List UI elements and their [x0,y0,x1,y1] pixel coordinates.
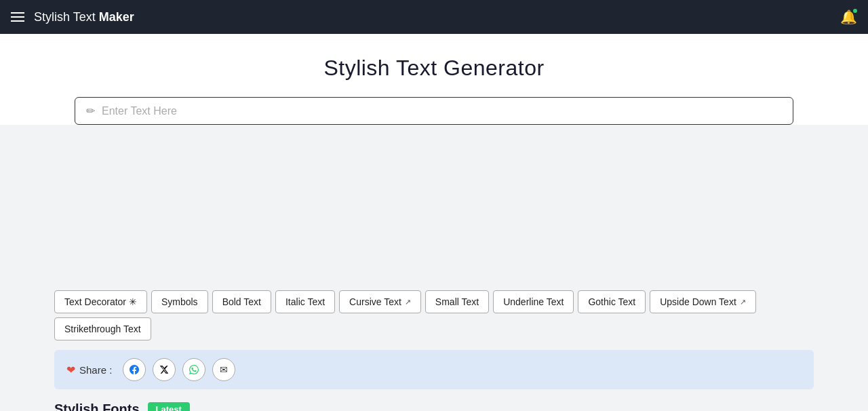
notification-dot [852,7,859,14]
pencil-icon: ✏ [86,104,95,117]
external-icon-cursive: ↗ [405,298,411,307]
share-label: ❤ Share : [66,364,112,376]
tab-strikethrough-text-label: Strikethrough Text [64,324,141,334]
email-icon: ✉ [220,364,228,375]
page-title: Stylish Text Generator [75,56,793,81]
twitter-share-button[interactable] [153,358,176,381]
tab-gothic-text[interactable]: Gothic Text [578,290,646,313]
stylish-fonts-title: Stylish Fonts [54,402,140,411]
tab-upside-down-text-label: Upside Down Text [660,296,736,307]
tab-small-text-label: Small Text [435,296,479,307]
tab-text-decorator[interactable]: Text Decorator ✳ [54,290,147,313]
tab-underline-text-label: Underline Text [503,296,564,307]
external-icon-upside: ↗ [740,298,746,307]
latest-badge: Latest [148,402,190,411]
tabs-row: Text Decorator ✳ Symbols Bold Text Itali… [54,281,814,350]
facebook-share-button[interactable] [123,358,146,381]
notification-area: 🔔 [840,9,857,25]
navbar: Stylish Text Maker 🔔 [0,0,868,34]
tab-symbols-label: Symbols [161,296,198,307]
heart-icon: ❤ [66,364,75,376]
stylish-fonts-section: Stylish Fonts Latest Ꭻꭺρꭺη [0,389,868,411]
hamburger-menu[interactable] [11,12,24,22]
text-input-wrapper[interactable]: ✏ [75,97,793,125]
whatsapp-share-button[interactable] [182,358,205,381]
tab-cursive-text-label: Cursive Text [349,296,401,307]
tabs-area: Text Decorator ✳ Symbols Bold Text Itali… [0,281,868,350]
tab-bold-text[interactable]: Bold Text [212,290,271,313]
main-content: Stylish Text Generator ✏ [0,34,868,125]
tab-underline-text[interactable]: Underline Text [493,290,574,313]
navbar-left: Stylish Text Maker [11,10,134,24]
share-text: Share : [79,364,112,376]
tab-small-text[interactable]: Small Text [425,290,489,313]
tab-bold-text-label: Bold Text [222,296,261,307]
ad-area [0,125,868,281]
email-share-button[interactable]: ✉ [212,358,235,381]
tab-symbols[interactable]: Symbols [151,290,208,313]
tab-italic-text-label: Italic Text [285,296,325,307]
tab-text-decorator-label: Text Decorator ✳ [64,296,137,307]
social-icons: ✉ [123,358,235,381]
tab-italic-text[interactable]: Italic Text [275,290,335,313]
share-row: ❤ Share : ✉ [54,350,814,389]
tab-gothic-text-label: Gothic Text [588,296,635,307]
tab-strikethrough-text[interactable]: Strikethrough Text [54,317,151,340]
tab-cursive-text[interactable]: Cursive Text ↗ [339,290,421,313]
tab-upside-down-text[interactable]: Upside Down Text ↗ [650,290,756,313]
bell-icon[interactable]: 🔔 [840,9,857,25]
brand-name: Stylish Text Maker [34,10,134,24]
text-input[interactable] [102,105,782,117]
stylish-fonts-header: Stylish Fonts Latest [54,402,814,411]
